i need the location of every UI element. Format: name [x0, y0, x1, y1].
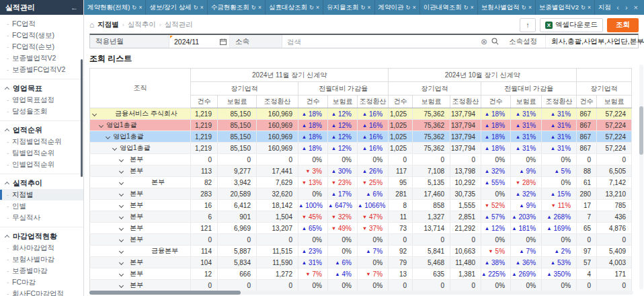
tab[interactable]: 보종별업적V2↻×: [536, 0, 595, 15]
sidebar-item[interactable]: -달성율조회: [0, 106, 83, 117]
sidebar-section-header[interactable]: 실적추이: [0, 177, 83, 189]
sidebar-item[interactable]: -지점별업적순위: [0, 136, 83, 147]
sidebar-item[interactable]: -FC마감: [0, 276, 83, 288]
sidebar-item[interactable]: -보종별FC업적V2: [0, 64, 83, 75]
breadcrumb-item[interactable]: 지점별: [97, 20, 119, 30]
tab[interactable]: 보험사별업적↻×: [478, 0, 536, 15]
tree-chevron-icon[interactable]: [119, 226, 124, 231]
sidebar-item[interactable]: -FC업적: [0, 18, 83, 30]
tree-chevron-icon[interactable]: [119, 192, 124, 196]
tree-chevron-icon[interactable]: [119, 203, 124, 208]
search-button[interactable]: 조회: [607, 18, 639, 32]
excel-download-button[interactable]: X 엑셀다운로드: [540, 18, 603, 32]
table-row[interactable]: 금융서비스 주식회사1,21985,150160,969▲ 18%▲ 12%▲ …: [90, 108, 632, 120]
tab-close-icon[interactable]: ×: [528, 4, 532, 11]
tab[interactable]: 지점별업적순위↻×: [595, 0, 610, 15]
sidebar-item[interactable]: -FC업적(생보): [0, 30, 83, 41]
tree-chevron-icon[interactable]: [119, 237, 124, 242]
tab[interactable]: 생보/장기 상세↻×: [146, 0, 207, 15]
scope-dropdown[interactable]: 회사,총괄,사업부,사업단,본부: [545, 35, 638, 48]
table-row[interactable]: 본부166,41218,142▲ 100%▲ 647%▲ 1066%88581,…: [90, 200, 632, 211]
tab-close-icon[interactable]: ×: [258, 4, 261, 11]
table-row[interactable]: 영업1총괄1,21985,150160,969▲ 18%▲ 12%▲ 16%1,…: [90, 131, 632, 143]
clear-icon[interactable]: ⊗: [479, 37, 489, 46]
tab[interactable]: 계약현황(전체)↻×: [84, 0, 146, 15]
table-row[interactable]: 본부823,9427,629▼ 13%▼ 23%▼ 25%955,13510,2…: [90, 177, 632, 188]
table-row[interactable]: 본부0000%0%0%0000%0%0%00: [90, 234, 632, 246]
sidebar-item[interactable]: -인별업적순위: [0, 159, 83, 170]
table-row[interactable]: 본부1216,96913,207▲ 65%▼ 49%▼ 37%7313,7142…: [90, 223, 632, 234]
tab-close-icon[interactable]: ×: [588, 4, 591, 11]
tree-chevron-icon[interactable]: [119, 169, 124, 174]
scroll-top-button[interactable]: ↑: [520, 18, 536, 32]
tab-refresh-icon[interactable]: ↻: [464, 4, 469, 11]
sidebar-collapse-icon[interactable]: ←: [71, 3, 78, 11]
sidebar-item[interactable]: -회사FC마감업적: [0, 288, 83, 296]
sidebar-item[interactable]: -지점별: [0, 189, 83, 200]
tree-chevron-icon[interactable]: [119, 260, 124, 265]
org-search-input[interactable]: [282, 38, 479, 46]
table-row[interactable]: 본부1139,27717,441▼ 3%▲ 30%▲ 26%1177,10813…: [90, 165, 632, 177]
tree-chevron-icon[interactable]: [112, 146, 117, 151]
sidebar-item[interactable]: -회사마감업적: [0, 242, 83, 254]
search-icon[interactable]: [489, 38, 501, 45]
horizontal-scrollbar-thumb[interactable]: [89, 291, 241, 295]
tab-close-icon[interactable]: ×: [368, 4, 371, 11]
tree-chevron-icon[interactable]: [119, 180, 124, 185]
sidebar-item[interactable]: -영업목표설정: [0, 94, 83, 106]
tree-chevron-icon[interactable]: [119, 157, 124, 162]
tab-refresh-icon[interactable]: ↻: [132, 4, 136, 11]
sidebar-item[interactable]: -보험사별마감: [0, 254, 83, 265]
sidebar-item[interactable]: -보종별업적V2: [0, 52, 83, 64]
table-row[interactable]: 본부28320,58932,6200%▲ 17%▲ 6%28117,46030,…: [90, 188, 632, 200]
tree-chevron-icon[interactable]: [119, 249, 124, 254]
tab[interactable]: 수금현황조회↻×: [208, 0, 266, 15]
table-row[interactable]: 본부126661,272▼ 7%▲ 4%▼ 7%136351,381▲ 225%…: [90, 268, 632, 280]
vertical-scrollbar-thumb[interactable]: [639, 106, 643, 155]
sidebar-section-header[interactable]: 업적순위: [0, 124, 83, 136]
tab-refresh-icon[interactable]: ↻: [522, 4, 526, 11]
tab-close-icon[interactable]: ×: [200, 4, 204, 11]
sidebar-item[interactable]: -보종별마감: [0, 265, 83, 276]
tab-refresh-icon[interactable]: ↻: [251, 4, 256, 11]
tab-refresh-icon[interactable]: ↻: [406, 4, 411, 11]
tree-chevron-icon[interactable]: [92, 112, 97, 116]
tab-close-icon[interactable]: ×: [138, 4, 142, 11]
tab-close-icon[interactable]: ×: [413, 4, 416, 11]
tab-refresh-icon[interactable]: ↻: [581, 4, 586, 11]
tree-chevron-icon[interactable]: [119, 272, 124, 276]
tabs-scroll-right-icon[interactable]: ›: [625, 3, 628, 11]
breadcrumb-item[interactable]: 실적추이: [128, 20, 156, 30]
table-row[interactable]: 본부69011,504▼ 45%▼ 32%▼ 47%111,3272,851▲ …: [90, 211, 632, 223]
tab[interactable]: 이관내역조회↻×: [420, 0, 478, 15]
sidebar-item[interactable]: -팀별업적순위: [0, 147, 83, 159]
table-row[interactable]: 본부0000%0%0%0000%0%0%00: [90, 280, 632, 291]
table-row[interactable]: 영업1총괄1,21985,150160,969▲ 18%▲ 12%▲ 16%1,…: [90, 120, 632, 131]
table-row[interactable]: 영업1총괄1,21985,150160,969▲ 18%▲ 12%▲ 16%1,…: [90, 143, 632, 154]
tab-refresh-icon[interactable]: ↻: [360, 4, 365, 11]
tab-refresh-icon[interactable]: ↻: [309, 4, 314, 11]
tab-close-icon[interactable]: ×: [316, 4, 319, 11]
home-icon[interactable]: ⌂: [89, 21, 94, 29]
tab[interactable]: 실효대상조회↻×: [266, 0, 323, 15]
tree-chevron-icon[interactable]: [106, 135, 110, 139]
sidebar-item[interactable]: -인별: [0, 200, 83, 212]
tree-chevron-icon[interactable]: [99, 123, 104, 128]
sidebar-section-header[interactable]: 영업목표: [0, 82, 83, 94]
sidebar-scrollbar[interactable]: [81, 59, 83, 177]
breadcrumb-item[interactable]: 실적관리: [165, 20, 193, 30]
tab-refresh-icon[interactable]: ↻: [194, 4, 198, 11]
table-row[interactable]: 본부1045,83411,590▲ 31%▲ 6%0%795,46811,480…: [90, 257, 632, 268]
table-row[interactable]: 금융본부1145,88711,515▲ 23%0%▲ 7%925,84110,6…: [90, 246, 632, 257]
tabs-scroll-left-icon[interactable]: ‹: [616, 3, 619, 11]
calendar-icon[interactable]: [216, 35, 230, 48]
sidebar-item[interactable]: -FC업적(손보): [0, 41, 83, 52]
tab[interactable]: 계약이관↻×: [375, 0, 420, 15]
tabs-close-all-icon[interactable]: ×: [634, 3, 638, 11]
sidebar-section-header[interactable]: 마감업적현황: [0, 230, 83, 242]
date-field[interactable]: 2024/11: [169, 35, 216, 48]
tab[interactable]: 유지율조회↻×: [323, 0, 375, 15]
tab-close-icon[interactable]: ×: [471, 4, 474, 11]
tree-chevron-icon[interactable]: [119, 215, 124, 219]
table-row[interactable]: 본부0000%0%0%0000%0%0%00: [90, 154, 632, 165]
